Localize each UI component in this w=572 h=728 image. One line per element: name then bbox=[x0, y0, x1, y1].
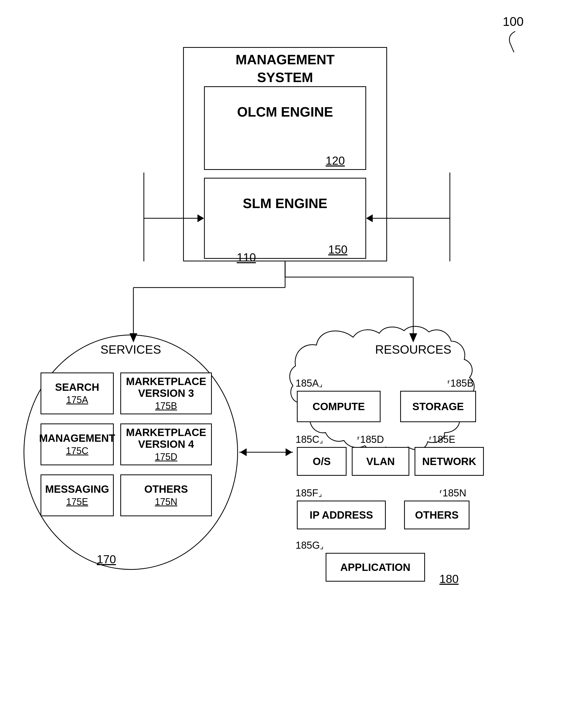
svg-marker-17 bbox=[286, 448, 292, 456]
olcm-engine-title: OLCM ENGINE bbox=[204, 103, 366, 121]
resource-label-185e: ⸢185E bbox=[429, 434, 455, 445]
resource-label-185c: 185C⌟ bbox=[296, 434, 323, 445]
ref-100: 100 bbox=[503, 14, 524, 29]
services-title: SERVICES bbox=[23, 342, 238, 356]
service-marketplace4-ref: 175D bbox=[155, 452, 177, 463]
resource-ip-address: IP ADDRESS bbox=[297, 501, 386, 529]
slm-engine-title: SLM ENGINE bbox=[204, 195, 366, 213]
resource-label-185n: ⸢185N bbox=[439, 488, 466, 499]
olcm-ref: 120 bbox=[326, 154, 345, 167]
service-marketplace4: MARKETPLACEVERSION 4 175D bbox=[120, 423, 212, 465]
resource-network: NETWORK bbox=[415, 447, 484, 476]
service-others: OTHERS 175N bbox=[120, 474, 212, 516]
resource-application: APPLICATION bbox=[326, 553, 425, 582]
diagram: 100 MANAGEMENTSYSTEM OLCM ENGINE 120 SLM… bbox=[0, 0, 572, 728]
service-marketplace3-label: MARKETPLACEVERSION 3 bbox=[126, 376, 206, 399]
service-marketplace3-ref: 175B bbox=[155, 400, 177, 411]
resource-label-185b: ⸢185B bbox=[447, 378, 474, 389]
service-messaging: MESSAGING 175E bbox=[41, 474, 114, 516]
service-search-ref: 175A bbox=[66, 394, 88, 405]
resource-label-185d: ⸢185D bbox=[357, 434, 384, 445]
resource-label-185f: 185F⌟ bbox=[296, 488, 322, 499]
service-messaging-ref: 175E bbox=[66, 496, 88, 507]
resource-os: O/S bbox=[297, 447, 347, 476]
slm-ref: 150 bbox=[328, 243, 347, 256]
management-system-title: MANAGEMENTSYSTEM bbox=[183, 51, 387, 86]
service-management-ref: 175C bbox=[66, 446, 88, 457]
resource-label-185g: 185G⌟ bbox=[296, 540, 324, 551]
svg-marker-7 bbox=[409, 333, 417, 342]
service-management-label: MANAGEMENT bbox=[39, 432, 115, 444]
services-ref: 170 bbox=[97, 553, 116, 566]
service-marketplace4-label: MARKETPLACEVERSION 4 bbox=[126, 427, 206, 450]
svg-marker-16 bbox=[240, 448, 246, 456]
service-others-ref: 175N bbox=[155, 496, 177, 507]
resource-vlan: VLAN bbox=[352, 447, 409, 476]
service-marketplace3: MARKETPLACEVERSION 3 175B bbox=[120, 373, 212, 414]
resource-others: OTHERS bbox=[404, 501, 470, 529]
service-search: SEARCH 175A bbox=[41, 373, 114, 414]
resource-label-185a: 185A⌟ bbox=[296, 378, 323, 389]
service-management: MANAGEMENT 175C bbox=[41, 423, 114, 465]
service-search-label: SEARCH bbox=[55, 381, 99, 393]
service-messaging-label: MESSAGING bbox=[45, 483, 109, 495]
resources-ref: 180 bbox=[439, 572, 458, 585]
resource-storage: STORAGE bbox=[400, 391, 476, 422]
resources-title: RESOURCES bbox=[293, 342, 533, 356]
service-others-label: OTHERS bbox=[144, 483, 188, 495]
resource-compute: COMPUTE bbox=[297, 391, 380, 422]
mgmt-ref: 110 bbox=[237, 251, 256, 264]
